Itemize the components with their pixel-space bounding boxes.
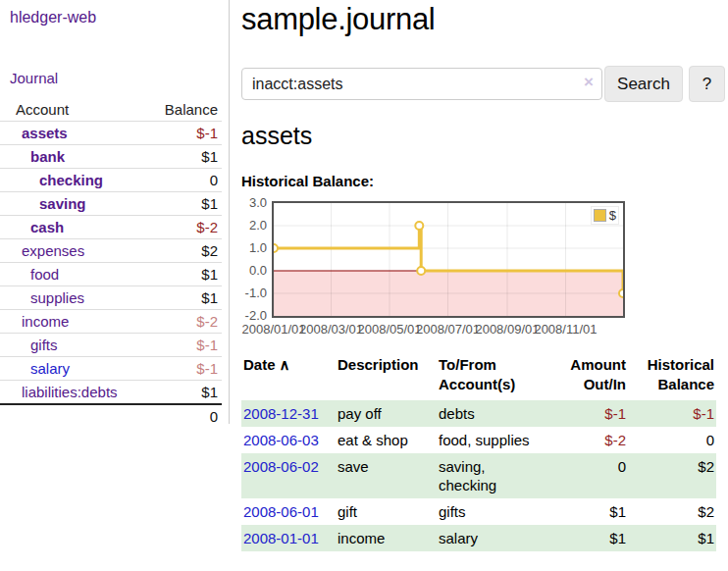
account-link-bank[interactable]: bank: [30, 148, 65, 165]
account-balance: $-1: [137, 357, 222, 381]
transaction-balance: $1: [628, 525, 716, 551]
transaction-accounts: gifts: [439, 498, 542, 525]
x-axis-tick-label: 2008/09/01: [475, 322, 539, 337]
transaction-description: income: [338, 525, 439, 551]
register-header-description: Description: [338, 351, 439, 400]
register-header-accounts: To/From Account(s): [439, 351, 542, 400]
chart-title: Historical Balance:: [241, 173, 374, 189]
transaction-amount: $1: [542, 498, 628, 525]
transaction-date-link[interactable]: 2008-01-01: [241, 530, 319, 546]
account-balance: $-2: [137, 310, 222, 334]
account-link-expenses[interactable]: expenses: [22, 242, 84, 259]
account-section-title: assets: [241, 122, 312, 150]
account-balance: $1: [137, 263, 222, 286]
account-link-checking[interactable]: checking: [39, 172, 103, 188]
register-header-amount: Amount Out/In: [542, 351, 628, 400]
sort-asc-icon: ∧: [280, 356, 290, 373]
register-row: 2008-01-01 income salary $1 $1: [241, 525, 716, 551]
account-row: income $-2: [0, 310, 222, 334]
help-button[interactable]: ?: [689, 66, 725, 102]
account-link-supplies[interactable]: supplies: [30, 289, 84, 306]
account-row: liabilities:debts $1: [0, 381, 222, 405]
page-title: sample.journal: [241, 2, 435, 37]
account-row: assets $-1: [0, 122, 222, 145]
balance-chart: $ 3.02.01.00.0-1.0-2.02008/01/012008/03/…: [241, 196, 728, 341]
transaction-amount: 0: [542, 453, 628, 498]
account-row: checking 0: [0, 169, 222, 192]
x-axis-tick-label: 2008/01/01: [241, 322, 305, 337]
account-link-cash[interactable]: cash: [30, 219, 64, 235]
account-balance: $1: [137, 286, 222, 310]
y-axis-tick-label: -1.0: [241, 286, 267, 300]
register-header-date[interactable]: Date∧: [241, 351, 338, 400]
account-row: salary $-1: [0, 357, 222, 381]
x-axis-tick-label: 2008/11/01: [534, 322, 597, 337]
legend-label: $: [609, 208, 616, 223]
account-row: supplies $1: [0, 286, 222, 310]
account-row: expenses $2: [0, 239, 222, 263]
register-row: 2008-06-01 gift gifts $1 $2: [241, 498, 716, 525]
account-balance: $1: [137, 192, 222, 216]
search-button[interactable]: Search: [604, 66, 683, 102]
transaction-date-link[interactable]: 2008-12-31: [241, 405, 319, 422]
accounts-table: Account Balance assets $-1 bank $1 check…: [0, 98, 222, 428]
account-balance: $-1: [137, 122, 222, 145]
account-row: cash $-2: [0, 216, 222, 239]
account-link-income[interactable]: income: [22, 313, 69, 330]
transaction-accounts: debts: [439, 400, 542, 427]
account-link-liabilities-debts[interactable]: liabilities:debts: [22, 384, 118, 400]
transaction-amount: $1: [542, 525, 628, 551]
transaction-amount: $-1: [542, 400, 628, 427]
y-axis-tick-label: 0.0: [241, 264, 267, 278]
chart-legend: $: [591, 206, 619, 225]
y-axis-tick-label: 1.0: [241, 241, 267, 255]
y-axis-tick-label: 3.0: [241, 196, 267, 210]
transaction-description: pay off: [338, 400, 439, 427]
account-row: gifts $-1: [0, 334, 222, 357]
account-balance: $1: [137, 381, 222, 405]
search-input[interactable]: [241, 68, 602, 100]
account-link-food[interactable]: food: [30, 266, 59, 283]
transaction-accounts: saving, checking: [439, 453, 542, 498]
search-form: ×: [241, 66, 602, 102]
account-link-assets[interactable]: assets: [22, 125, 68, 141]
transaction-description: gift: [338, 498, 439, 525]
transaction-date-link[interactable]: 2008-06-03: [241, 432, 319, 448]
sidebar: hledger-web Journal Account Balance asse…: [0, 0, 230, 424]
transaction-amount: $-2: [542, 427, 628, 453]
transaction-date-link[interactable]: 2008-06-02: [241, 458, 319, 475]
transaction-date-link[interactable]: 2008-06-01: [241, 503, 319, 520]
main-content: sample.journal × Search ? assets Histori…: [241, 0, 728, 571]
y-axis-tick-label: 2.0: [241, 219, 267, 233]
account-balance: $-1: [137, 334, 222, 357]
transaction-balance: $2: [628, 453, 716, 498]
account-link-gifts[interactable]: gifts: [30, 337, 58, 353]
account-row: food $1: [0, 263, 222, 286]
chart-plot-area: $: [272, 201, 625, 318]
chart-svg: [274, 203, 623, 316]
transaction-balance: $2: [628, 498, 716, 525]
account-link-saving[interactable]: saving: [39, 195, 86, 212]
accounts-header-account: Account: [0, 98, 137, 122]
account-link-salary[interactable]: salary: [30, 360, 70, 377]
register-row: 2008-06-03 eat & shop food, supplies $-2…: [241, 427, 716, 453]
accounts-header-balance: Balance: [137, 98, 222, 122]
accounts-total-row: 0: [0, 404, 222, 428]
x-axis-tick-label: 2008/05/01: [357, 322, 421, 337]
y-axis-tick-label: -2.0: [241, 309, 267, 323]
transaction-description: save: [338, 453, 439, 498]
register-header-row: Date∧ Description To/From Account(s) Amo…: [241, 351, 716, 400]
sidebar-item-journal[interactable]: Journal: [10, 70, 58, 86]
accounts-total-value: 0: [137, 404, 222, 428]
transaction-balance: 0: [628, 427, 716, 453]
register-table: Date∧ Description To/From Account(s) Amo…: [241, 351, 716, 551]
account-row: saving $1: [0, 192, 222, 216]
account-balance: $-2: [137, 216, 222, 239]
register-header-balance: Historical Balance: [628, 351, 716, 400]
app-brand-link[interactable]: hledger-web: [10, 9, 96, 26]
transaction-accounts: salary: [439, 525, 542, 551]
clear-search-icon[interactable]: ×: [584, 74, 594, 90]
transaction-description: eat & shop: [338, 427, 439, 453]
account-balance: $2: [137, 239, 222, 263]
x-axis-tick-label: 2008/07/01: [416, 322, 480, 337]
